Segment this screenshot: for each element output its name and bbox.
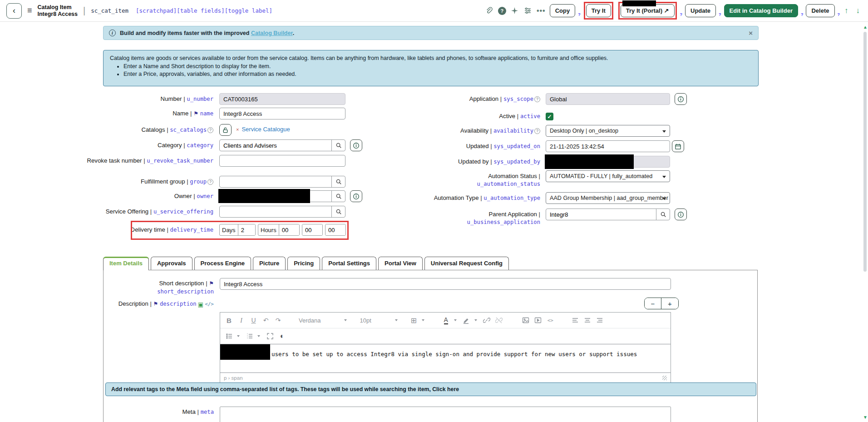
bullet-list-icon[interactable] xyxy=(224,331,234,341)
undo-icon[interactable]: ↶ xyxy=(261,315,271,325)
attachment-icon[interactable] xyxy=(485,6,494,15)
debug-help-mark: ? xyxy=(578,12,581,17)
category-search-button[interactable] xyxy=(331,140,345,151)
category-preview-button[interactable] xyxy=(350,139,362,151)
field-row-category: Category | category xyxy=(64,139,362,151)
tab-universal-request-config[interactable]: Universal Request Config xyxy=(424,257,509,270)
automation-status-select[interactable]: AUTOMATED - FULLY | fully_automated xyxy=(546,170,670,182)
resize-handle-icon[interactable] xyxy=(662,376,667,380)
search-icon xyxy=(335,193,342,199)
highlight-color-icon[interactable] xyxy=(461,315,472,325)
fullscreen-icon[interactable] xyxy=(265,331,275,341)
insert-image-icon[interactable] xyxy=(521,315,531,325)
active-checkbox[interactable]: ✓ xyxy=(546,113,553,120)
meta-textarea[interactable] xyxy=(220,407,671,422)
category-input[interactable] xyxy=(220,140,331,151)
text-color-icon[interactable]: A xyxy=(441,315,451,325)
fulfillment-group-search-button[interactable] xyxy=(331,176,345,187)
tab-picture[interactable]: Picture xyxy=(253,257,286,270)
item-details-panel: Short description | ⚑ short_description … xyxy=(103,270,758,422)
code-view-icon[interactable]: <> xyxy=(545,315,556,325)
bold-icon[interactable]: B xyxy=(224,315,234,325)
scrollbar-down-icon[interactable]: ▼ xyxy=(863,415,868,420)
chevron-down-icon xyxy=(422,319,424,321)
delivery-hours-input[interactable] xyxy=(279,224,299,235)
description-editor-body[interactable]: users to be set up to access Integr8 via… xyxy=(220,344,671,372)
update-button[interactable]: Update xyxy=(685,4,716,17)
redo-icon[interactable]: ↷ xyxy=(273,315,283,325)
short-description-input[interactable] xyxy=(220,278,671,290)
catalogs-lock-button[interactable] xyxy=(219,124,232,136)
context-menu-icon[interactable]: ≡ xyxy=(26,6,33,15)
label-text: Description xyxy=(118,300,148,307)
source-code-icon[interactable]: </> xyxy=(205,301,214,307)
contrast-icon[interactable]: ◐ xyxy=(277,331,287,341)
table-icon[interactable]: ⊞ xyxy=(409,315,419,325)
previous-record-icon[interactable]: ↑ xyxy=(843,6,850,15)
align-center-icon[interactable] xyxy=(582,315,593,325)
edit-in-catalog-builder-button[interactable]: Edit in Catalog Builder xyxy=(724,4,798,17)
delivery-days-input[interactable] xyxy=(238,224,255,235)
more-options-icon[interactable]: ••• xyxy=(537,7,546,15)
parent-application-input[interactable] xyxy=(546,209,656,220)
owner-search-button[interactable] xyxy=(331,191,345,202)
save-icon[interactable]: ▣ xyxy=(198,301,203,308)
service-offering-input[interactable] xyxy=(220,206,331,217)
underline-icon[interactable]: U xyxy=(248,315,259,325)
revoke-task-input[interactable] xyxy=(219,155,345,167)
personalize-form-icon[interactable] xyxy=(523,6,533,15)
agent-assist-icon[interactable] xyxy=(510,6,519,15)
delivery-minutes-input[interactable] xyxy=(302,224,322,235)
field-row-active: Active | active ✓ xyxy=(399,110,553,120)
insert-video-icon[interactable] xyxy=(533,315,543,325)
font-size-select[interactable]: 10pt xyxy=(360,317,400,324)
service-offering-search-button[interactable] xyxy=(331,206,345,217)
font-family-select[interactable]: Verdana xyxy=(299,317,350,324)
updated-input[interactable] xyxy=(546,140,670,152)
chevron-down-icon xyxy=(395,319,398,321)
tab-approvals[interactable]: Approvals xyxy=(151,257,192,270)
info-icon xyxy=(677,211,684,218)
scrollbar-thumb[interactable] xyxy=(863,32,867,272)
fulfillment-group-input[interactable] xyxy=(220,176,331,187)
delete-button[interactable]: Delete xyxy=(806,4,834,17)
parent-application-search-button[interactable] xyxy=(656,209,670,220)
copy-button[interactable]: Copy xyxy=(550,4,576,17)
back-button[interactable]: ‹ xyxy=(6,3,22,19)
catalog-builder-link[interactable]: Catalog Builder xyxy=(251,30,293,36)
tab-item-details[interactable]: Item Details xyxy=(103,257,149,270)
try-it-button[interactable]: Try It xyxy=(586,4,611,17)
automation-type-select[interactable]: AAD Group Membership | aad_group_member xyxy=(546,192,670,204)
application-preview-button[interactable] xyxy=(675,93,687,105)
owner-preview-button[interactable] xyxy=(350,190,362,202)
help-icon[interactable]: ? xyxy=(498,7,506,15)
field-help-icon[interactable]: ? xyxy=(534,96,540,102)
date-picker-button[interactable] xyxy=(672,140,684,152)
service-catalogue-link[interactable]: Service Catalogue xyxy=(242,126,290,133)
parent-application-preview-button[interactable] xyxy=(675,209,687,220)
tab-portal-view[interactable]: Portal View xyxy=(378,257,423,270)
field-help-icon[interactable]: ? xyxy=(207,179,213,185)
align-left-icon[interactable] xyxy=(570,315,581,325)
banner-close-icon[interactable]: × xyxy=(749,29,753,37)
table-annotations: [scratchpad][table fields][toggle label] xyxy=(136,7,272,14)
name-input[interactable] xyxy=(219,108,345,119)
remove-catalog-icon[interactable]: × xyxy=(236,127,239,132)
tab-process-engine[interactable]: Process Engine xyxy=(194,257,252,270)
field-help-icon[interactable]: ? xyxy=(207,127,213,133)
tab-pricing[interactable]: Pricing xyxy=(287,257,320,270)
remove-link-icon[interactable] xyxy=(494,315,504,325)
delivery-seconds-input[interactable] xyxy=(326,224,345,235)
zoom-in-button[interactable]: + xyxy=(661,298,678,309)
italic-icon[interactable]: I xyxy=(236,315,247,325)
zoom-out-button[interactable]: − xyxy=(645,298,661,309)
numbered-list-icon[interactable] xyxy=(244,331,255,341)
availability-label: Availability | availability? xyxy=(399,125,540,135)
align-right-icon[interactable] xyxy=(595,315,605,325)
tab-portal-settings[interactable]: Portal Settings xyxy=(322,257,376,270)
availability-select[interactable]: Desktop Only | on_desktop xyxy=(546,125,670,137)
insert-link-icon[interactable] xyxy=(482,315,492,325)
scrollbar-up-icon[interactable]: ▲ xyxy=(863,25,868,30)
next-record-icon[interactable]: ↓ xyxy=(854,6,862,15)
field-help-icon[interactable]: ? xyxy=(534,128,540,134)
